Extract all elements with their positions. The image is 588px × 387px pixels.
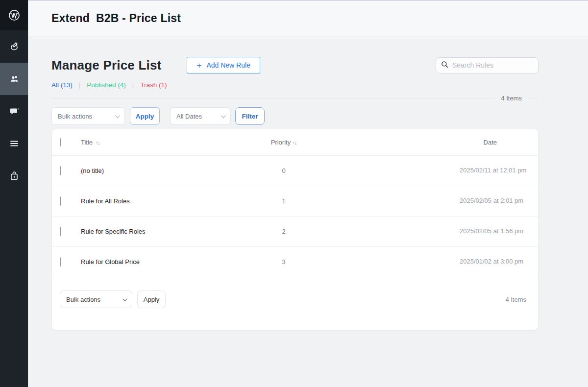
sidebar-item-wordpress[interactable] (0, 0, 28, 30)
app-title: Extend B2B - Price List (51, 12, 181, 25)
search-input[interactable] (452, 61, 526, 69)
rule-date: 2025/02/11 at 12:01 pm (460, 166, 528, 175)
tab-all[interactable]: All (13) (51, 81, 73, 89)
column-date: Date (484, 139, 538, 146)
table-header-row: Title ↑↓ Priority ↑↓ Date (52, 129, 538, 156)
bulk-actions-value: Bulk actions (58, 113, 92, 120)
admin-sidebar (0, 0, 28, 387)
rule-priority: 0 (252, 167, 316, 174)
rule-title[interactable]: (no title) (74, 167, 252, 174)
chevron-down-icon (221, 113, 226, 118)
topbar: Extend B2B - Price List (28, 0, 588, 36)
table-footer: Bulk actions Apply 4 Items (52, 277, 538, 330)
rule-title[interactable]: Rule for Specific Roles (74, 228, 252, 235)
rule-priority: 2 (252, 228, 316, 235)
tab-separator: | (132, 81, 134, 89)
row-checkbox[interactable] (60, 257, 61, 266)
row-checkbox[interactable] (60, 196, 61, 206)
tab-published[interactable]: Published (4) (87, 81, 126, 89)
shopping-bag-icon (8, 170, 20, 182)
top-toolbar: Bulk actions Apply All Dates Filter (51, 107, 539, 125)
chevron-down-icon (122, 296, 127, 301)
select-all-checkbox[interactable] (60, 138, 61, 146)
row-checkbox[interactable] (60, 166, 61, 175)
rule-title[interactable]: Rule for Global Price (74, 258, 252, 266)
apply-button[interactable]: Apply (130, 107, 160, 125)
wordpress-logo-icon (8, 9, 21, 22)
tab-separator: | (79, 81, 81, 89)
search-icon (441, 61, 448, 70)
sidebar-item-menu[interactable] (0, 127, 28, 160)
app-title-part1: Extend (51, 12, 90, 25)
bulk-actions-value: Bulk actions (66, 296, 100, 303)
plugin-cup-pencil-icon (8, 41, 20, 52)
bulk-actions-select-bottom[interactable]: Bulk actions (60, 290, 132, 308)
users-icon (8, 73, 20, 85)
items-count-divider: 4 Items (51, 98, 539, 99)
main-content: Extend B2B - Price List Manage Price Lis… (28, 0, 588, 387)
column-title[interactable]: Title (81, 139, 93, 146)
rules-table-card: Title ↑↓ Priority ↑↓ Date (no title) 0 2… (51, 129, 539, 330)
chevron-down-icon (115, 113, 120, 118)
sidebar-item-comments[interactable] (0, 95, 28, 127)
tab-trash[interactable]: Trash (1) (140, 81, 167, 89)
rule-date: 2025/01/02 at 3:00 pm (460, 257, 528, 266)
row-checkbox[interactable] (60, 227, 61, 236)
sidebar-item-plugin[interactable] (0, 30, 28, 63)
sort-icon[interactable]: ↑↓ (96, 140, 100, 145)
page-title: Manage Price List (51, 58, 161, 73)
sidebar-item-users[interactable] (0, 63, 28, 95)
rule-priority: 3 (252, 258, 316, 266)
page-head: Manage Price List + Add New Rule (51, 57, 539, 73)
menu-icon (9, 138, 20, 149)
sidebar-item-products[interactable] (0, 160, 28, 192)
items-count-bottom: 4 Items (505, 296, 526, 303)
items-count-top: 4 Items (495, 95, 528, 102)
rule-date: 2025/02/05 at 1:56 pm (460, 227, 528, 236)
table-row[interactable]: (no title) 0 2025/02/11 at 12:01 pm (52, 156, 538, 186)
rule-title[interactable]: Rule for All Roles (74, 197, 252, 205)
status-tabs: All (13) | Published (4) | Trash (1) (51, 81, 539, 89)
plus-icon: + (196, 61, 201, 70)
table-row[interactable]: Rule for All Roles 1 2025/02/05 at 2:01 … (52, 186, 538, 217)
table-row[interactable]: Rule for Specific Roles 2 2025/02/05 at … (52, 217, 538, 247)
search-box[interactable] (436, 57, 539, 73)
comments-icon (8, 105, 20, 117)
add-new-rule-button[interactable]: + Add New Rule (187, 57, 260, 73)
add-new-rule-label: Add New Rule (206, 61, 250, 69)
app-title-part2: B2B - Price List (96, 12, 181, 25)
apply-button-bottom[interactable]: Apply (137, 290, 166, 308)
rule-date: 2025/02/05 at 2:01 pm (460, 196, 528, 206)
all-dates-value: All Dates (176, 113, 202, 120)
all-dates-select[interactable]: All Dates (170, 107, 231, 125)
filter-button[interactable]: Filter (235, 107, 265, 125)
column-priority[interactable]: Priority (271, 139, 291, 146)
app-window: Extend B2B - Price List Manage Price Lis… (0, 0, 588, 387)
price-list-page: Manage Price List + Add New Rule All (13… (51, 36, 539, 330)
rule-priority: 1 (252, 197, 316, 205)
table-row[interactable]: Rule for Global Price 3 2025/01/02 at 3:… (52, 247, 538, 277)
bulk-actions-select[interactable]: Bulk actions (51, 107, 125, 125)
sort-icon[interactable]: ↑↓ (293, 140, 297, 145)
